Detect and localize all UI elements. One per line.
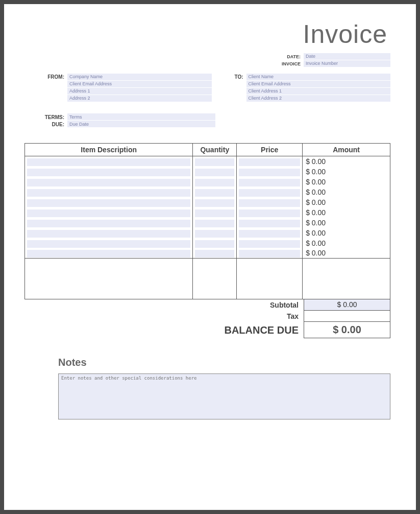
amount-value: $ 0.00 — [305, 239, 326, 247]
table-row — [25, 279, 390, 299]
to-addr2-input[interactable] — [246, 95, 391, 102]
qty-input[interactable] — [195, 230, 234, 238]
to-email-input[interactable] — [246, 81, 391, 87]
desc-input[interactable] — [27, 250, 190, 258]
subtotal-label: Subtotal — [207, 301, 304, 309]
amount-value: $ 0.00 — [305, 157, 326, 166]
desc-input[interactable] — [27, 240, 190, 248]
amount-value: $ 0.00 — [305, 188, 326, 196]
tax-input[interactable] — [304, 311, 390, 322]
desc-input[interactable] — [27, 199, 190, 207]
price-input[interactable] — [239, 240, 300, 248]
desc-input[interactable] — [27, 179, 190, 186]
terms-input[interactable] — [67, 113, 215, 120]
desc-input[interactable] — [27, 158, 190, 166]
invoice-page: Invoice DATE: INVOICE FROM: TO: — [4, 4, 416, 510]
subtotal-value: $ 0.00 — [304, 299, 390, 311]
from-email-input[interactable] — [67, 81, 212, 87]
amount-value: $ 0.00 — [305, 208, 326, 217]
from-column: FROM: — [43, 74, 212, 102]
totals-section: Subtotal $ 0.00 Tax BALANCE DUE $ 0.00 — [207, 299, 390, 338]
amount-value: $ 0.00 — [305, 249, 326, 257]
invoice-number-label: INVOICE — [268, 61, 304, 66]
parties-section: FROM: TO: — [30, 74, 390, 102]
table-row: $ 0.00 — [25, 197, 390, 207]
amount-value: $ 0.00 — [305, 198, 326, 206]
table-row: $ 0.00 — [25, 228, 390, 238]
header-price: Price — [237, 144, 303, 156]
notes-textarea[interactable] — [58, 373, 390, 419]
from-label: FROM: — [43, 74, 67, 102]
table-row: $ 0.00 — [25, 156, 390, 167]
qty-input[interactable] — [195, 169, 234, 176]
qty-input[interactable] — [195, 189, 234, 197]
price-input[interactable] — [239, 220, 300, 227]
price-input[interactable] — [239, 179, 300, 186]
price-input[interactable] — [239, 158, 300, 166]
from-addr2-input[interactable] — [67, 95, 212, 102]
price-input[interactable] — [239, 230, 300, 238]
balance-label: BALANCE DUE — [207, 324, 304, 336]
desc-input[interactable] — [27, 220, 190, 227]
due-input[interactable] — [67, 121, 215, 127]
amount-value: $ 0.00 — [305, 178, 326, 186]
date-input[interactable] — [304, 53, 390, 60]
terms-label: TERMS: — [43, 114, 67, 120]
qty-input[interactable] — [195, 199, 234, 207]
table-row — [25, 259, 390, 279]
amount-value: $ 0.00 — [305, 219, 326, 227]
desc-input[interactable] — [27, 169, 190, 176]
header-desc: Item Description — [25, 144, 193, 156]
items-table: Item Description Quantity Price Amount $… — [24, 143, 390, 299]
table-row: $ 0.00 — [25, 248, 390, 259]
table-row: $ 0.00 — [25, 167, 390, 177]
terms-section: TERMS: DUE: — [43, 113, 390, 128]
table-row: $ 0.00 — [25, 218, 390, 228]
to-name-input[interactable] — [246, 74, 391, 80]
tax-value[interactable] — [304, 311, 390, 322]
qty-input[interactable] — [195, 158, 234, 166]
date-label: DATE: — [268, 54, 304, 59]
tax-label: Tax — [207, 312, 304, 320]
to-column: TO: — [222, 74, 391, 102]
desc-input[interactable] — [27, 189, 190, 197]
header-qty: Quantity — [193, 144, 237, 156]
table-header-row: Item Description Quantity Price Amount — [25, 144, 390, 156]
amount-value: $ 0.00 — [305, 229, 326, 237]
qty-input[interactable] — [195, 179, 234, 186]
price-input[interactable] — [239, 209, 300, 217]
qty-input[interactable] — [195, 220, 234, 227]
qty-input[interactable] — [195, 250, 234, 258]
qty-input[interactable] — [195, 209, 234, 217]
price-input[interactable] — [239, 250, 300, 258]
from-company-input[interactable] — [67, 74, 212, 80]
table-row: $ 0.00 — [25, 207, 390, 218]
desc-input[interactable] — [27, 230, 190, 238]
invoice-number-input[interactable] — [304, 60, 390, 67]
balance-value: $ 0.00 — [304, 322, 390, 338]
invoice-meta: DATE: INVOICE — [30, 53, 390, 67]
due-label: DUE: — [43, 122, 67, 127]
table-row: $ 0.00 — [25, 238, 390, 248]
desc-input[interactable] — [27, 209, 190, 217]
table-row: $ 0.00 — [25, 187, 390, 197]
notes-heading: Notes — [58, 357, 390, 368]
to-label: TO: — [222, 74, 246, 102]
qty-input[interactable] — [195, 240, 234, 248]
price-input[interactable] — [239, 189, 300, 197]
price-input[interactable] — [239, 199, 300, 207]
invoice-title: Invoice — [30, 19, 387, 49]
header-amount: Amount — [303, 144, 390, 156]
price-input[interactable] — [239, 169, 300, 176]
amount-value: $ 0.00 — [305, 168, 326, 176]
from-addr1-input[interactable] — [67, 88, 212, 95]
table-row: $ 0.00 — [25, 177, 390, 187]
to-addr1-input[interactable] — [246, 88, 391, 95]
